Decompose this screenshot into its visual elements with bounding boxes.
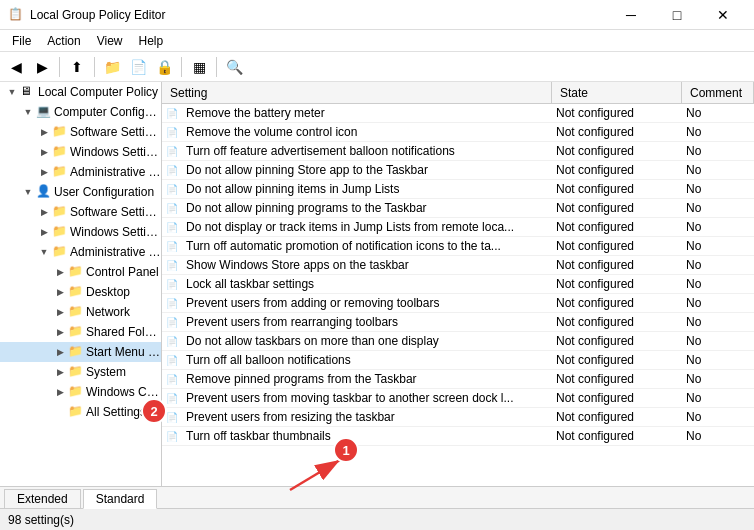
list-row[interactable]: 📄 Prevent users from rearranging toolbar… [162, 313, 754, 332]
setting-cell: Remove the battery meter [182, 106, 552, 120]
row-icon: 📄 [162, 203, 182, 214]
row-icon: 📄 [162, 222, 182, 233]
tree-item-admin-templates-1[interactable]: ▶ 📁 Administrative Te... [0, 162, 161, 182]
setting-cell: Do not allow pinning Store app to the Ta… [182, 163, 552, 177]
new-window-button[interactable]: ▦ [187, 55, 211, 79]
setting-cell: Turn off automatic promotion of notifica… [182, 239, 552, 253]
tree-item-software-settings-2[interactable]: ▶ 📁 Software Settings [0, 202, 161, 222]
list-row[interactable]: 📄 Lock all taskbar settings Not configur… [162, 275, 754, 294]
help-button[interactable]: 🔒 [152, 55, 176, 79]
forward-button[interactable]: ▶ [30, 55, 54, 79]
setting-cell: Prevent users from resizing the taskbar [182, 410, 552, 424]
comment-cell: No [682, 334, 754, 348]
tree-item-windows-settings-1[interactable]: ▶ 📁 Windows Setting... [0, 142, 161, 162]
tree-label: Windows Co... [86, 385, 161, 399]
state-cell: Not configured [552, 125, 682, 139]
menu-file[interactable]: File [4, 32, 39, 50]
setting-cell: Do not display or track items in Jump Li… [182, 220, 552, 234]
tree-item-control-panel[interactable]: ▶ 📁 Control Panel [0, 262, 161, 282]
folder-icon: 📁 [68, 344, 84, 360]
tree-item-local-policy[interactable]: ▼ 🖥 Local Computer Policy [0, 82, 161, 102]
row-icon: 📄 [162, 127, 182, 138]
minimize-button[interactable]: ─ [608, 0, 654, 30]
menu-action[interactable]: Action [39, 32, 88, 50]
setting-cell: Prevent users from moving taskbar to ano… [182, 391, 552, 405]
tree-item-computer-config[interactable]: ▼ 💻 Computer Configura... [0, 102, 161, 122]
list-row[interactable]: 📄 Turn off all balloon notifications Not… [162, 351, 754, 370]
list-row[interactable]: 📄 Show Windows Store apps on the taskbar… [162, 256, 754, 275]
list-row[interactable]: 📄 Prevent users from moving taskbar to a… [162, 389, 754, 408]
row-icon: 📄 [162, 317, 182, 328]
expand-icon: ▶ [52, 384, 68, 400]
menu-help[interactable]: Help [131, 32, 172, 50]
comment-cell: No [682, 372, 754, 386]
col-header-comment[interactable]: Comment [682, 82, 754, 103]
expand-icon: ▼ [20, 184, 36, 200]
tab-standard[interactable]: Standard [83, 489, 158, 509]
tree-label: System [86, 365, 126, 379]
folder-icon: 📁 [52, 124, 68, 140]
list-row[interactable]: 📄 Turn off taskbar thumbnails Not config… [162, 427, 754, 446]
title-bar-controls: ─ □ ✕ [608, 0, 746, 30]
state-cell: Not configured [552, 296, 682, 310]
tree-item-admin-templates-2[interactable]: ▼ 📁 Administrative Te... [0, 242, 161, 262]
filter-button[interactable]: 🔍 [222, 55, 246, 79]
expand-icon: ▼ [4, 84, 20, 100]
tree-item-start-menu[interactable]: ▶ 📁 Start Menu a... [0, 342, 161, 362]
col-header-state[interactable]: State [552, 82, 682, 103]
list-row[interactable]: 📄 Turn off automatic promotion of notifi… [162, 237, 754, 256]
list-row[interactable]: 📄 Do not display or track items in Jump … [162, 218, 754, 237]
tree-label: Control Panel [86, 265, 159, 279]
status-text: 98 setting(s) [8, 513, 74, 527]
setting-cell: Turn off all balloon notifications [182, 353, 552, 367]
folder-icon: 📁 [52, 144, 68, 160]
show-hide-button[interactable]: 📁 [100, 55, 124, 79]
tree-item-user-config[interactable]: ▼ 👤 User Configuration [0, 182, 161, 202]
tree-item-network[interactable]: ▶ 📁 Network [0, 302, 161, 322]
folder-icon: 📁 [68, 404, 84, 420]
list-row[interactable]: 📄 Prevent users from resizing the taskba… [162, 408, 754, 427]
list-row[interactable]: 📄 Do not allow pinning programs to the T… [162, 199, 754, 218]
tree-label: Shared Folder... [86, 325, 161, 339]
state-cell: Not configured [552, 277, 682, 291]
list-row[interactable]: 📄 Do not allow pinning items in Jump Lis… [162, 180, 754, 199]
setting-cell: Prevent users from adding or removing to… [182, 296, 552, 310]
setting-cell: Turn off taskbar thumbnails [182, 429, 552, 443]
up-button[interactable]: ⬆ [65, 55, 89, 79]
tree-item-windows-comp[interactable]: ▶ 📁 Windows Co... [0, 382, 161, 402]
expand-icon: ▶ [36, 224, 52, 240]
tree-item-shared-folders[interactable]: ▶ 📁 Shared Folder... [0, 322, 161, 342]
tree-item-windows-settings-2[interactable]: ▶ 📁 Windows Setting... [0, 222, 161, 242]
state-cell: Not configured [552, 391, 682, 405]
close-button[interactable]: ✕ [700, 0, 746, 30]
tree-item-software-settings-1[interactable]: ▶ 📁 Software Settings [0, 122, 161, 142]
list-row[interactable]: 📄 Do not allow taskbars on more than one… [162, 332, 754, 351]
back-button[interactable]: ◀ [4, 55, 28, 79]
expand-icon: ▶ [52, 284, 68, 300]
properties-button[interactable]: 📄 [126, 55, 150, 79]
maximize-button[interactable]: □ [654, 0, 700, 30]
list-row[interactable]: 📄 Turn off feature advertisement balloon… [162, 142, 754, 161]
tree-label: Software Settings [70, 125, 161, 139]
tab-extended[interactable]: Extended [4, 489, 81, 508]
list-row[interactable]: 📄 Prevent users from adding or removing … [162, 294, 754, 313]
col-header-setting[interactable]: Setting [162, 82, 552, 103]
tree-label: Software Settings [70, 205, 161, 219]
folder-icon: 📁 [68, 364, 84, 380]
state-cell: Not configured [552, 410, 682, 424]
setting-cell: Remove the volume control icon [182, 125, 552, 139]
tree-item-desktop[interactable]: ▶ 📁 Desktop [0, 282, 161, 302]
tree-item-all-settings[interactable]: ▶ 📁 All Settings [0, 402, 161, 422]
list-row[interactable]: 📄 Remove pinned programs from the Taskba… [162, 370, 754, 389]
comment-cell: No [682, 353, 754, 367]
list-row[interactable]: 📄 Do not allow pinning Store app to the … [162, 161, 754, 180]
list-row[interactable]: 📄 Remove the battery meter Not configure… [162, 104, 754, 123]
menu-view[interactable]: View [89, 32, 131, 50]
title-bar: 📋 Local Group Policy Editor ─ □ ✕ [0, 0, 754, 30]
comment-cell: No [682, 315, 754, 329]
list-row[interactable]: 📄 Remove the volume control icon Not con… [162, 123, 754, 142]
row-icon: 📄 [162, 241, 182, 252]
computer-icon: 💻 [36, 104, 52, 120]
state-cell: Not configured [552, 144, 682, 158]
tree-item-system[interactable]: ▶ 📁 System [0, 362, 161, 382]
